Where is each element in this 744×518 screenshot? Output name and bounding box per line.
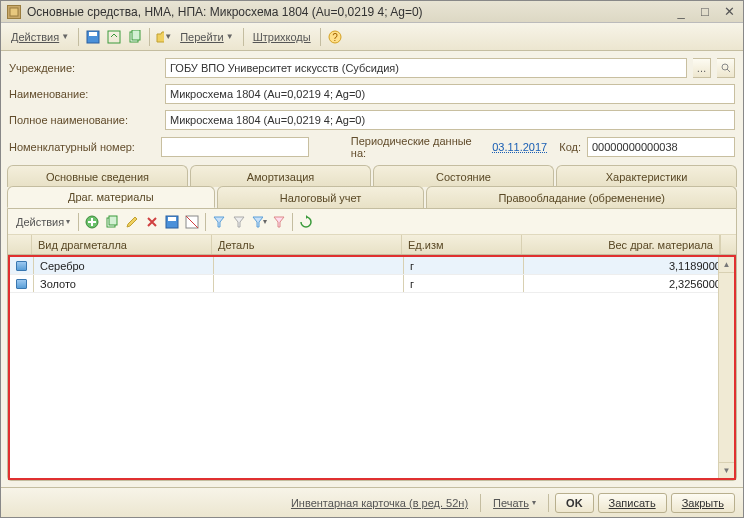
row-marker-icon — [10, 257, 34, 274]
copy-row-icon[interactable] — [103, 213, 121, 231]
tab-characteristics[interactable]: Характеристики — [556, 165, 737, 187]
svg-rect-5 — [132, 30, 140, 40]
org-label: Учреждение: — [9, 62, 159, 74]
table-row[interactable]: Золото г 2,32560000 — [10, 275, 734, 293]
svg-text:?: ? — [332, 32, 338, 43]
maximize-button[interactable]: □ — [697, 4, 713, 20]
separator — [320, 28, 321, 46]
inventory-card-link[interactable]: Инвентарная карточка (в ред. 52н) — [285, 494, 474, 512]
tabs-row-top: Основные сведения Амортизация Состояние … — [1, 165, 743, 187]
filter-off-icon[interactable] — [230, 213, 248, 231]
cell-uom: г — [404, 275, 524, 292]
delete-row-icon[interactable] — [143, 213, 161, 231]
toolbar-actions-menu[interactable]: Действия▼ — [7, 29, 73, 45]
org-search-button[interactable] — [717, 58, 735, 78]
add-row-icon[interactable] — [83, 213, 101, 231]
scroll-up-icon[interactable]: ▲ — [719, 257, 734, 273]
svg-rect-2 — [89, 32, 97, 36]
separator — [205, 213, 206, 231]
cell-kind: Золото — [34, 275, 214, 292]
separator — [78, 213, 79, 231]
tab-amortization[interactable]: Амортизация — [190, 165, 371, 187]
cell-uom: г — [404, 257, 524, 274]
tab-body: Действия▾ ▾ Вид драгметалла Деталь Ед.из… — [7, 208, 737, 481]
grid-actions-menu[interactable]: Действия▾ — [12, 214, 74, 230]
grid-header-iconcol[interactable] — [8, 235, 32, 254]
org-input[interactable] — [165, 58, 687, 78]
save-grid-icon[interactable] — [163, 213, 181, 231]
grid-header-weight[interactable]: Вес драг. материала — [522, 235, 720, 254]
tab-tax[interactable]: Налоговый учет — [217, 186, 425, 208]
vertical-scrollbar[interactable]: ▲ ▼ — [718, 257, 734, 478]
save-button[interactable]: Записать — [598, 493, 667, 513]
help-icon[interactable]: ? — [326, 28, 344, 46]
main-toolbar: Действия▼ ▼ Перейти▼ Штрихкоды ? — [1, 23, 743, 51]
cell-detail — [214, 275, 404, 292]
separator — [292, 213, 293, 231]
close-footer-button[interactable]: Закрыть — [671, 493, 735, 513]
cell-weight: 2,32560000 — [524, 275, 734, 292]
tab-precious-materials[interactable]: Драг. материалы — [7, 186, 215, 208]
org-select-button[interactable]: … — [693, 58, 711, 78]
code-label: Код: — [559, 141, 581, 153]
grid-body: Серебро г 3,11890000 Золото г 2,32560000… — [8, 255, 736, 480]
grid-header-uom[interactable]: Ед.изм — [402, 235, 522, 254]
save-icon[interactable] — [84, 28, 102, 46]
scroll-down-icon[interactable]: ▼ — [719, 462, 734, 478]
name-input[interactable] — [165, 84, 735, 104]
copy-icon[interactable] — [126, 28, 144, 46]
svg-rect-0 — [10, 8, 18, 16]
fullname-label: Полное наименование: — [9, 114, 159, 126]
grid-header-detail[interactable]: Деталь — [212, 235, 402, 254]
svg-rect-14 — [168, 217, 176, 221]
separator — [149, 28, 150, 46]
app-icon — [7, 5, 21, 19]
folder-icon[interactable]: ▼ — [155, 28, 173, 46]
tab-ownership[interactable]: Правообладание (обременение) — [426, 186, 737, 208]
nomen-input[interactable] — [161, 137, 309, 157]
separator — [243, 28, 244, 46]
toggle-panel-icon[interactable] — [183, 213, 201, 231]
svg-rect-3 — [108, 31, 120, 43]
separator — [548, 494, 549, 512]
edit-row-icon[interactable] — [123, 213, 141, 231]
code-input[interactable] — [587, 137, 735, 157]
toolbar-goto-menu[interactable]: Перейти▼ — [176, 29, 238, 45]
tab-main-info[interactable]: Основные сведения — [7, 165, 188, 187]
svg-line-9 — [727, 69, 730, 72]
print-menu[interactable]: Печать▾ — [487, 494, 542, 512]
filter-settings-icon[interactable]: ▾ — [250, 213, 268, 231]
tab-state[interactable]: Состояние — [373, 165, 554, 187]
name-label: Наименование: — [9, 88, 159, 100]
grid-header: Вид драгметалла Деталь Ед.изм Вес драг. … — [8, 235, 736, 255]
minimize-button[interactable]: _ — [673, 4, 689, 20]
refresh-icon[interactable] — [105, 28, 123, 46]
svg-rect-12 — [109, 216, 117, 225]
cell-weight: 3,11890000 — [524, 257, 734, 274]
period-label: Периодические данные на: — [351, 135, 486, 159]
titlebar: Основные средства, НМА, НПА: Микросхема … — [1, 1, 743, 23]
cell-detail — [214, 257, 404, 274]
footer: Инвентарная карточка (в ред. 52н) Печать… — [1, 487, 743, 517]
separator — [78, 28, 79, 46]
toolbar-barcodes[interactable]: Штрихкоды — [249, 29, 315, 45]
filter-icon[interactable] — [210, 213, 228, 231]
tabs-row-bottom: Драг. материалы Налоговый учет Правообла… — [1, 186, 743, 208]
filter-clear-icon[interactable] — [270, 213, 288, 231]
grid-refresh-icon[interactable] — [297, 213, 315, 231]
fullname-input[interactable] — [165, 110, 735, 130]
cell-kind: Серебро — [34, 257, 214, 274]
grid-toolbar: Действия▾ ▾ — [8, 209, 736, 235]
nomen-label: Номенклатурный номер: — [9, 141, 155, 153]
form-area: Учреждение: … Наименование: Полное наиме… — [1, 51, 743, 165]
table-row[interactable]: Серебро г 3,11890000 — [10, 257, 734, 275]
grid-header-kind[interactable]: Вид драгметалла — [32, 235, 212, 254]
close-button[interactable]: ✕ — [721, 4, 737, 20]
row-marker-icon — [10, 275, 34, 292]
period-date-link[interactable]: 03.11.2017 — [492, 141, 547, 153]
window-title: Основные средства, НМА, НПА: Микросхема … — [27, 5, 673, 19]
separator — [480, 494, 481, 512]
ok-button[interactable]: OK — [555, 493, 594, 513]
